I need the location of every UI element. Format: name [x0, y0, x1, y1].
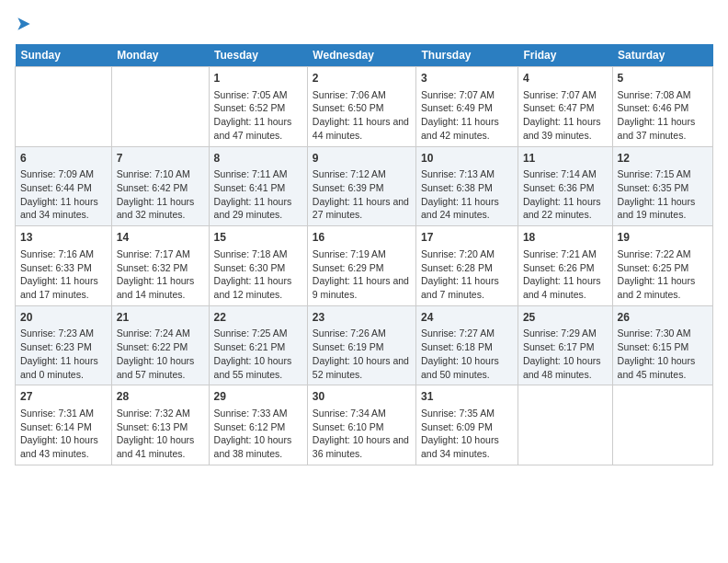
- day-number: 8: [214, 151, 302, 167]
- calendar-cell: 3Sunrise: 7:07 AM Sunset: 6:49 PM Daylig…: [416, 67, 518, 147]
- day-number: 20: [20, 310, 107, 326]
- day-info: Sunrise: 7:34 AM Sunset: 6:10 PM Dayligh…: [313, 407, 411, 461]
- calendar-cell: 13Sunrise: 7:16 AM Sunset: 6:33 PM Dayli…: [16, 226, 112, 306]
- day-info: Sunrise: 7:27 AM Sunset: 6:18 PM Dayligh…: [421, 327, 513, 381]
- day-info: Sunrise: 7:30 AM Sunset: 6:15 PM Dayligh…: [618, 327, 708, 381]
- calendar-cell: 2Sunrise: 7:06 AM Sunset: 6:50 PM Daylig…: [307, 67, 415, 147]
- calendar-cell: 26Sunrise: 7:30 AM Sunset: 6:15 PM Dayli…: [612, 305, 712, 385]
- calendar-cell: 5Sunrise: 7:08 AM Sunset: 6:46 PM Daylig…: [612, 67, 712, 147]
- day-number: 16: [313, 230, 411, 246]
- day-info: Sunrise: 7:17 AM Sunset: 6:32 PM Dayligh…: [117, 247, 204, 302]
- day-of-week-header: Thursday: [416, 44, 518, 67]
- day-number: 30: [313, 389, 411, 405]
- calendar-cell: 29Sunrise: 7:33 AM Sunset: 6:12 PM Dayli…: [209, 385, 307, 465]
- day-number: 9: [313, 151, 411, 167]
- calendar-cell: 27Sunrise: 7:31 AM Sunset: 6:14 PM Dayli…: [16, 385, 112, 465]
- day-info: Sunrise: 7:19 AM Sunset: 6:29 PM Dayligh…: [313, 247, 411, 302]
- calendar-cell: 23Sunrise: 7:26 AM Sunset: 6:19 PM Dayli…: [307, 305, 415, 385]
- day-info: Sunrise: 7:11 AM Sunset: 6:41 PM Dayligh…: [214, 167, 302, 222]
- day-number: 6: [20, 151, 107, 167]
- day-info: Sunrise: 7:16 AM Sunset: 6:33 PM Dayligh…: [20, 247, 107, 302]
- day-number: 10: [421, 151, 513, 167]
- calendar-cell: 20Sunrise: 7:23 AM Sunset: 6:23 PM Dayli…: [16, 305, 112, 385]
- day-number: 14: [117, 230, 204, 246]
- day-number: 15: [214, 230, 302, 246]
- calendar-cell: [16, 67, 112, 147]
- day-info: Sunrise: 7:10 AM Sunset: 6:42 PM Dayligh…: [117, 167, 204, 222]
- calendar-cell: 12Sunrise: 7:15 AM Sunset: 6:35 PM Dayli…: [612, 146, 712, 226]
- calendar-table: SundayMondayTuesdayWednesdayThursdayFrid…: [15, 44, 713, 465]
- calendar-cell: 4Sunrise: 7:07 AM Sunset: 6:47 PM Daylig…: [518, 67, 612, 147]
- day-number: 25: [523, 310, 608, 326]
- day-number: 23: [313, 310, 411, 326]
- day-info: Sunrise: 7:18 AM Sunset: 6:30 PM Dayligh…: [214, 247, 302, 302]
- day-number: 19: [618, 230, 708, 246]
- calendar-cell: 1Sunrise: 7:05 AM Sunset: 6:52 PM Daylig…: [209, 67, 307, 147]
- day-info: Sunrise: 7:06 AM Sunset: 6:50 PM Dayligh…: [313, 88, 411, 143]
- calendar-cell: 28Sunrise: 7:32 AM Sunset: 6:13 PM Dayli…: [111, 385, 209, 465]
- calendar-cell: [612, 385, 712, 465]
- calendar-cell: 25Sunrise: 7:29 AM Sunset: 6:17 PM Dayli…: [518, 305, 612, 385]
- day-info: Sunrise: 7:07 AM Sunset: 6:47 PM Dayligh…: [523, 88, 608, 143]
- day-of-week-header: Sunday: [16, 44, 112, 67]
- day-number: 13: [20, 230, 107, 246]
- day-number: 2: [313, 71, 411, 86]
- day-info: Sunrise: 7:32 AM Sunset: 6:13 PM Dayligh…: [117, 407, 204, 461]
- day-number: 27: [20, 389, 107, 405]
- calendar-cell: 8Sunrise: 7:11 AM Sunset: 6:41 PM Daylig…: [209, 146, 307, 226]
- calendar-week-row: 27Sunrise: 7:31 AM Sunset: 6:14 PM Dayli…: [16, 385, 713, 465]
- calendar-cell: 15Sunrise: 7:18 AM Sunset: 6:30 PM Dayli…: [209, 226, 307, 306]
- day-number: 18: [523, 230, 608, 246]
- day-number: 17: [421, 230, 513, 246]
- day-info: Sunrise: 7:08 AM Sunset: 6:46 PM Dayligh…: [618, 88, 708, 143]
- day-number: 26: [618, 310, 708, 326]
- calendar-header-row: SundayMondayTuesdayWednesdayThursdayFrid…: [16, 44, 713, 67]
- day-of-week-header: Friday: [518, 44, 612, 67]
- day-info: Sunrise: 7:26 AM Sunset: 6:19 PM Dayligh…: [313, 327, 411, 381]
- page-header: [15, 15, 713, 33]
- day-info: Sunrise: 7:33 AM Sunset: 6:12 PM Dayligh…: [214, 407, 302, 461]
- day-info: Sunrise: 7:29 AM Sunset: 6:17 PM Dayligh…: [523, 327, 608, 381]
- day-of-week-header: Wednesday: [307, 44, 415, 67]
- calendar-cell: 17Sunrise: 7:20 AM Sunset: 6:28 PM Dayli…: [416, 226, 518, 306]
- day-number: 3: [421, 71, 513, 86]
- calendar-cell: 31Sunrise: 7:35 AM Sunset: 6:09 PM Dayli…: [416, 385, 518, 465]
- day-number: 24: [421, 310, 513, 326]
- day-info: Sunrise: 7:31 AM Sunset: 6:14 PM Dayligh…: [20, 407, 107, 461]
- calendar-cell: 14Sunrise: 7:17 AM Sunset: 6:32 PM Dayli…: [111, 226, 209, 306]
- day-info: Sunrise: 7:05 AM Sunset: 6:52 PM Dayligh…: [214, 88, 302, 143]
- calendar-cell: 7Sunrise: 7:10 AM Sunset: 6:42 PM Daylig…: [111, 146, 209, 226]
- day-number: 1: [214, 71, 302, 86]
- day-of-week-header: Tuesday: [209, 44, 307, 67]
- day-of-week-header: Monday: [111, 44, 209, 67]
- day-info: Sunrise: 7:22 AM Sunset: 6:25 PM Dayligh…: [618, 247, 708, 302]
- calendar-week-row: 20Sunrise: 7:23 AM Sunset: 6:23 PM Dayli…: [16, 305, 713, 385]
- calendar-cell: 24Sunrise: 7:27 AM Sunset: 6:18 PM Dayli…: [416, 305, 518, 385]
- day-number: 4: [523, 71, 608, 86]
- day-info: Sunrise: 7:07 AM Sunset: 6:49 PM Dayligh…: [421, 88, 513, 143]
- day-info: Sunrise: 7:20 AM Sunset: 6:28 PM Dayligh…: [421, 247, 513, 302]
- day-number: 22: [214, 310, 302, 326]
- calendar-cell: 16Sunrise: 7:19 AM Sunset: 6:29 PM Dayli…: [307, 226, 415, 306]
- calendar-cell: 9Sunrise: 7:12 AM Sunset: 6:39 PM Daylig…: [307, 146, 415, 226]
- calendar-cell: 11Sunrise: 7:14 AM Sunset: 6:36 PM Dayli…: [518, 146, 612, 226]
- day-info: Sunrise: 7:23 AM Sunset: 6:23 PM Dayligh…: [20, 327, 107, 381]
- day-number: 12: [618, 151, 708, 167]
- day-info: Sunrise: 7:25 AM Sunset: 6:21 PM Dayligh…: [214, 327, 302, 381]
- logo: [15, 15, 37, 33]
- day-number: 7: [117, 151, 204, 167]
- day-number: 21: [117, 310, 204, 326]
- day-number: 31: [421, 389, 513, 405]
- day-info: Sunrise: 7:35 AM Sunset: 6:09 PM Dayligh…: [421, 407, 513, 461]
- day-number: 29: [214, 389, 302, 405]
- day-info: Sunrise: 7:15 AM Sunset: 6:35 PM Dayligh…: [618, 167, 708, 222]
- day-info: Sunrise: 7:09 AM Sunset: 6:44 PM Dayligh…: [20, 167, 107, 222]
- day-info: Sunrise: 7:21 AM Sunset: 6:26 PM Dayligh…: [523, 247, 608, 302]
- calendar-week-row: 13Sunrise: 7:16 AM Sunset: 6:33 PM Dayli…: [16, 226, 713, 306]
- day-number: 11: [523, 151, 608, 167]
- day-number: 5: [618, 71, 708, 86]
- day-info: Sunrise: 7:13 AM Sunset: 6:38 PM Dayligh…: [421, 167, 513, 222]
- calendar-week-row: 1Sunrise: 7:05 AM Sunset: 6:52 PM Daylig…: [16, 67, 713, 147]
- calendar-cell: 19Sunrise: 7:22 AM Sunset: 6:25 PM Dayli…: [612, 226, 712, 306]
- calendar-cell: [518, 385, 612, 465]
